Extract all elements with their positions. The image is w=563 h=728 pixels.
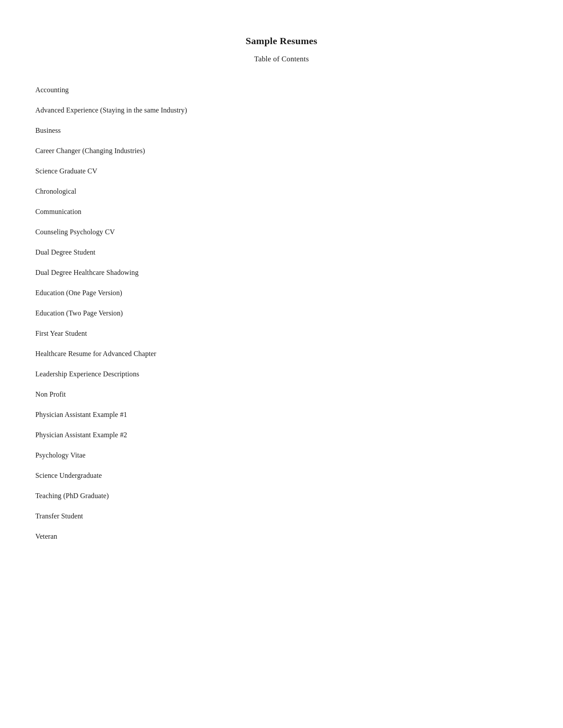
toc-item[interactable]: Education (Two Page Version): [35, 308, 537, 319]
toc-item[interactable]: Education (One Page Version): [35, 288, 537, 298]
toc-item[interactable]: Career Changer (Changing Industries): [35, 146, 537, 156]
table-of-contents-label: Table of Contents: [26, 55, 537, 64]
toc-item[interactable]: Physician Assistant Example #2: [35, 430, 537, 440]
toc-item[interactable]: Science Graduate CV: [35, 166, 537, 176]
toc-item[interactable]: Dual Degree Healthcare Shadowing: [35, 267, 537, 278]
toc-item[interactable]: Teaching (PhD Graduate): [35, 491, 537, 501]
toc-item[interactable]: Veteran: [35, 531, 537, 542]
toc-item[interactable]: Dual Degree Student: [35, 247, 537, 258]
toc-item[interactable]: Communication: [35, 206, 537, 217]
toc-item[interactable]: Counseling Psychology CV: [35, 227, 537, 237]
toc-item[interactable]: Healthcare Resume for Advanced Chapter: [35, 349, 537, 359]
toc-item[interactable]: Physician Assistant Example #1: [35, 409, 537, 420]
toc-item[interactable]: Psychology Vitae: [35, 450, 537, 461]
toc-item[interactable]: Non Profit: [35, 389, 537, 400]
toc-item[interactable]: Business: [35, 125, 537, 136]
toc-item[interactable]: Chronological: [35, 186, 537, 197]
toc-item[interactable]: Transfer Student: [35, 511, 537, 522]
toc-item[interactable]: Leadership Experience Descriptions: [35, 369, 537, 379]
page-title: Sample Resumes: [26, 35, 537, 47]
toc-list: AccountingAdvanced Experience (Staying i…: [35, 85, 537, 542]
toc-item[interactable]: First Year Student: [35, 328, 537, 339]
toc-item[interactable]: Science Undergraduate: [35, 470, 537, 481]
toc-item[interactable]: Accounting: [35, 85, 537, 95]
toc-item[interactable]: Advanced Experience (Staying in the same…: [35, 105, 537, 116]
